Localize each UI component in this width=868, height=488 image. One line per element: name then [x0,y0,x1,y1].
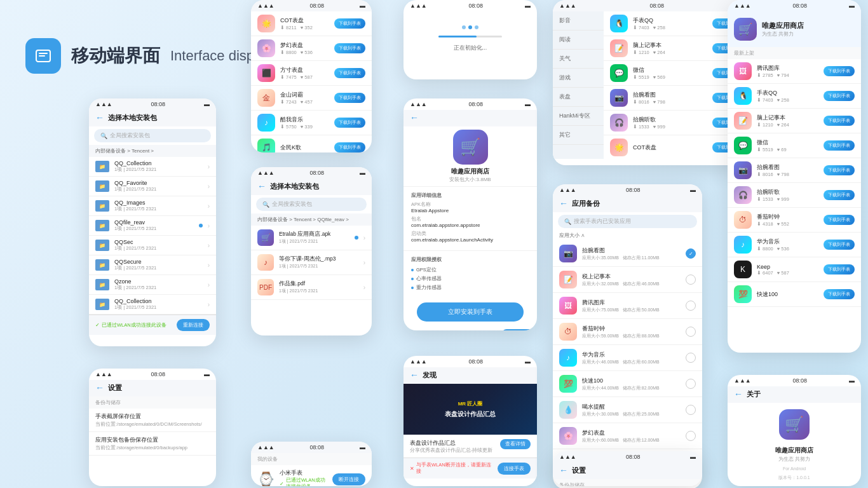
settings-item[interactable]: 手表截屏保存位置 当前位置:/storage/emulated/0/DCIM/S… [89,409,216,432]
time: 08:08 [469,358,484,365]
back-button[interactable]: ← [559,465,568,475]
backup-checkbox[interactable] [686,405,696,415]
download-button[interactable]: 下载到手表 [824,91,855,101]
app-list-item[interactable]: ♪ 华为音乐 ⬇ 8800 ♥ 536 下载到手表 [728,233,861,257]
download-button[interactable]: 下载到手表 [824,165,855,175]
app-list-item[interactable]: ♪ 酷我音乐 ⬇ 5750 ♥ 339 下载到手表 [251,111,372,135]
download-button[interactable]: 下载到手表 [824,66,855,76]
download-button[interactable]: 下载到手表 [824,215,855,225]
install-button[interactable]: 立即安装到手表 [417,302,524,322]
download-button[interactable]: 下载到手表 [334,68,365,78]
select-watch-button[interactable]: 连接手表 [501,329,534,330]
file-item[interactable]: 📁 Qzone 1项 | 2021/7/5 2321 › [89,275,216,295]
file-item[interactable]: 📁 QQ_Favorite 1项 | 2021/7/5 2321 › [89,177,216,196]
download-button[interactable]: 下载到手表 [824,190,855,200]
backup-item[interactable]: 🌸 梦幻表盘 应用大小:60.00MB 储存占用:12.00MB [553,423,702,449]
backup-checkbox[interactable] [686,353,696,363]
backup-item[interactable]: ⏱ 番茄时钟 应用大小:59.00MB 储存占用:88.00MB [553,319,702,345]
backup-item[interactable]: 📷 抬腕看图 应用大小:35.00MB 储存占用:11.00MB ✓ [553,241,702,267]
back-button[interactable]: ← [410,370,419,380]
backup-checkbox[interactable] [686,327,696,337]
perm-dot [411,287,414,289]
cat-item-media[interactable]: 影音 [553,11,604,30]
download-button[interactable]: 下载到手表 [334,93,365,103]
app-list-item[interactable]: 金 金山词霸 ⬇ 7243 ♥ 457 下载到手表 [251,86,372,111]
backup-checkbox[interactable] [686,274,696,285]
app-list-item[interactable]: 💬 微信 ⬇ 5519 ♥ 69 下载到手表 [728,133,861,158]
arrow-icon: › [208,203,210,210]
app-list-item[interactable]: 🌟 COT表盘 ⬇ 8211 ♥ 352 下载到手表 [251,11,372,36]
download-button[interactable]: 下载到手表 [824,289,855,299]
backup-checkbox[interactable] [686,301,696,311]
app-icon: 💬 [734,137,752,154]
cat-item-read[interactable]: 阅读 [553,30,604,50]
cat-item-hankmi[interactable]: HankMi专区 [553,107,604,126]
app-list-item[interactable]: 🎧 抬腕听歌 ⬇ 1533 ♥ 999 下载到手表 [728,183,861,208]
back-button[interactable]: ← [410,112,419,123]
file-item[interactable]: 📁 QQfile_reav 1项 | 2021/7/5 2321 › [89,216,216,236]
download-button[interactable]: 下载到手表 [334,118,365,128]
backup-checkbox[interactable] [686,379,696,389]
file-item-apk[interactable]: 🛒 Etralab 应用商店.apk 1项 | 2021/7/5 2321 › [251,226,372,250]
disconnect-button[interactable]: 断开连接 [332,473,365,485]
file-item-pdf[interactable]: PDF 作品集.pdf 1项 | 2021/7/5 2321 › [251,275,372,300]
app-list-item[interactable]: 🖼 腾讯图库 ⬇ 2785 ♥ 794 下载到手表 [728,59,861,84]
search-bar[interactable]: 🔍 全局搜索安装包 [256,198,367,211]
backup-item[interactable]: 📝 税上记事本 应用大小:32.00MB 储存占用:46.00MB [553,267,702,293]
download-button[interactable]: 下载到手表 [824,140,855,151]
back-button[interactable]: ← [95,112,104,123]
app-icon: 🌸 [257,39,275,57]
back-button[interactable]: ← [257,181,266,191]
file-item[interactable]: 📁 QQSecure 1项 | 2021/7/5 2321 › [89,255,216,275]
backup-item[interactable]: 🖼 腾讯图库 应用大小:75.00MB 储存占用:50.00MB [553,293,702,319]
app-list-item[interactable]: ⬛ 方寸表盘 ⬇ 7475 ♥ 587 下载到手表 [251,61,372,86]
file-item[interactable]: 📁 QQSec 1项 | 2021/7/5 2321 › [89,236,216,255]
backup-item[interactable]: 💯 快速100 应用大小:44.00MB 储存占用:82.00MB [553,371,702,397]
cat-item-weather[interactable]: 关气 [553,50,604,69]
backup-checkbox[interactable]: ✓ [686,248,696,259]
back-button[interactable]: ← [95,383,104,393]
nav-header: ← [403,110,537,126]
cat-item-watchface[interactable]: 表盘 [553,88,604,107]
backup-app-name: 梦幻表盘 [582,429,681,437]
file-item[interactable]: 📁 QQ_Collection 1项 | 2021/7/5 2321 › [89,157,216,177]
cat-item-game[interactable]: 游戏 [553,69,604,88]
backup-item[interactable]: 💧 喝水提醒 应用大小:30.00MB 储存占用:25.00MB [553,397,702,423]
cat-item-other[interactable]: 其它 [553,126,604,145]
app-list-item[interactable]: 🐧 手表QQ ⬇ 7403 ♥ 258 下载到手表 [728,84,861,109]
search-bar[interactable]: 🔍 搜索手表内已安装应用 [558,215,697,228]
file-item[interactable]: 📁 QQ_Images 1项 | 2021/7/5 2321 › [89,196,216,216]
device-item[interactable]: ⌚ 小米手表 ✓ 已通过WLAN成功连接此设备 断开连接 [251,465,372,486]
app-list-item[interactable]: K Keep ⬇ 6407 ♥ 587 下载到手表 [728,257,861,282]
pkg-field: 包名 com.etralab.appstore.appstore [411,216,529,228]
download-button[interactable]: 下载到手表 [334,142,365,152]
download-button[interactable]: 下载到手表 [824,264,855,274]
file-item[interactable]: 📁 QQ_Collection 1项 | 2021/7/5 2321 › [89,295,216,315]
app-list-item[interactable]: 🎵 全民K歌 下载到手表 [251,135,372,152]
app-list-item[interactable]: 🌸 梦幻表盘 ⬇ 8800 ♥ 536 下载到手表 [251,36,372,61]
app-list-item[interactable]: 💯 快速100 下载到手表 [728,282,861,307]
app-list-item[interactable]: 📝 脑上记事本 ⬇ 1210 ♥ 264 下载到手表 [728,109,861,133]
view-more-button[interactable]: 查看详情 [500,439,531,449]
download-button[interactable]: 下载到手表 [334,43,365,53]
settings-title: 手表截屏保存位置 [95,412,210,421]
reconnect-button[interactable]: 重新连接 [177,319,210,331]
like-count: ♥ 264 [653,50,665,55]
app-icon: ♪ [257,114,275,132]
backup-checkbox[interactable] [686,431,696,441]
back-button[interactable]: ← [734,389,743,399]
download-button[interactable]: 下载到手表 [824,240,855,250]
file-list: 📁 QQ_Collection 1项 | 2021/7/5 2321 › 📁 Q… [89,157,216,315]
connect-watch-button[interactable]: 连接手表 [498,463,531,475]
download-button[interactable]: 下载到手表 [334,18,365,29]
app-list-item[interactable]: 📷 抬腕看图 ⬇ 8016 ♥ 798 下载到手表 [728,158,861,183]
backup-item[interactable]: ♪ 华为音乐 应用大小:46.00MB 储存占用:60.00MB [553,345,702,371]
file-item-mp3[interactable]: ♪ 等你下课-周杰伦_.mp3 1项 | 2021/7/5 2321 › [251,250,372,275]
back-button[interactable]: ← [559,198,568,208]
discover-item[interactable]: 查看详情 表盘设计作品汇总 分享优秀表盘设计作品汇总-持续更新 [403,435,537,458]
app-list-item[interactable]: ⏱ 番茄时钟 ⬇ 4318 ♥ 552 下载到手表 [728,208,861,233]
download-button[interactable]: 下载到手表 [824,116,855,126]
search-bar[interactable]: 🔍 全局搜索安装包 [94,129,211,142]
app-name: 华为音乐 [757,238,818,246]
settings-item[interactable]: 应用安装包备份保存位置 当前位置:/storage/emulated/0/bac… [89,432,216,456]
